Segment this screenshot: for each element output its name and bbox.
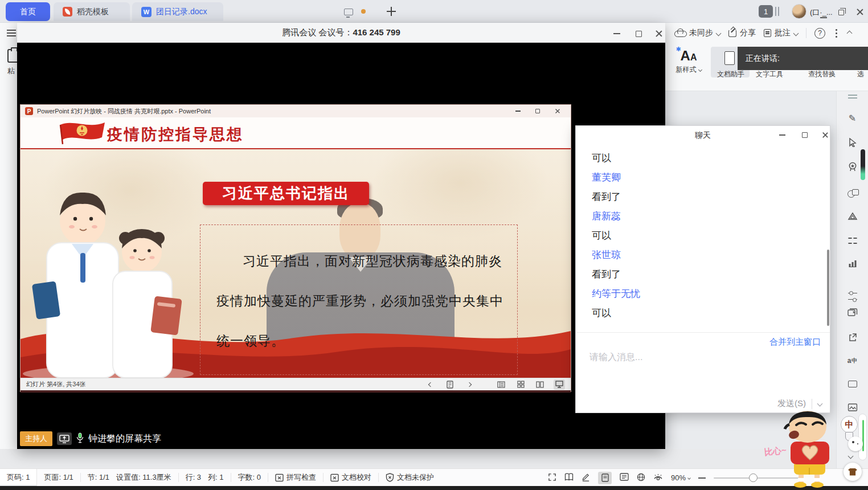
chat-sender-name[interactable]: 约等于无忧 bbox=[592, 284, 814, 304]
ppt-close-button[interactable] bbox=[550, 107, 565, 116]
status-page[interactable]: 页面: 1/1 bbox=[37, 469, 80, 487]
chevron-down-icon bbox=[698, 68, 702, 72]
comment-button[interactable]: 批注 bbox=[764, 28, 798, 38]
prev-slide-button[interactable] bbox=[425, 379, 436, 390]
present-monitor-icon[interactable] bbox=[344, 9, 353, 15]
zoom-out-button[interactable] bbox=[698, 477, 706, 479]
tab-document[interactable]: W 团日记录.docx bbox=[132, 2, 223, 21]
archive-box-icon[interactable] bbox=[848, 381, 857, 387]
tab-home[interactable]: 首页 bbox=[6, 2, 50, 21]
meeting-number: 416 245 799 bbox=[353, 27, 400, 37]
chat-sender-name[interactable]: 唐新蕊 bbox=[592, 207, 814, 226]
chat-message-list[interactable]: 可以 董芙卿 看到了 唐新蕊 可以 张世琼 看到了 约等于无忧 可以 bbox=[592, 149, 814, 323]
proofread-button[interactable]: 文档校对 bbox=[324, 469, 378, 487]
send-button[interactable]: 发送(S) bbox=[777, 398, 806, 409]
share-button[interactable]: 分享 bbox=[728, 28, 756, 38]
chevron-down-icon bbox=[716, 30, 722, 36]
status-word-count[interactable]: 字数: 0 bbox=[231, 469, 268, 487]
reading-view-button[interactable] bbox=[534, 379, 546, 390]
slide-sorter-button[interactable] bbox=[515, 379, 526, 390]
zoom-level-button[interactable]: 90% bbox=[671, 473, 690, 482]
shapes-icon[interactable] bbox=[847, 189, 858, 197]
tab-docer-templates[interactable]: 稻壳模板 bbox=[54, 2, 130, 21]
share-icon bbox=[728, 30, 736, 37]
cursor-select-icon[interactable] bbox=[849, 138, 857, 147]
sidebar-scrollbar[interactable] bbox=[861, 149, 865, 180]
chat-scrollbar[interactable] bbox=[827, 250, 829, 326]
chat-message: 看到了 bbox=[592, 265, 814, 284]
theme-skin-button[interactable] bbox=[844, 463, 862, 481]
normal-view-button[interactable] bbox=[496, 379, 507, 390]
select-button[interactable]: 选 bbox=[853, 70, 868, 79]
settings-sliders-icon[interactable] bbox=[848, 293, 857, 300]
app-minimize-button[interactable] bbox=[820, 10, 827, 21]
host-badge: 主持人 bbox=[20, 431, 52, 446]
meeting-minimize-button[interactable] bbox=[608, 28, 625, 39]
annotate-pen-button[interactable] bbox=[444, 379, 456, 390]
web-view-button[interactable] bbox=[637, 473, 645, 483]
chat-minimize-button[interactable] bbox=[774, 130, 790, 140]
spell-check-button[interactable]: 拼写检查 bbox=[268, 469, 323, 487]
status-column: 列: 1 bbox=[208, 469, 230, 487]
powerpoint-window: P PowerPoint 幻灯片放映 - 同战疫情 共克时艰.pptx - Po… bbox=[20, 104, 571, 392]
protect-status-button[interactable]: 文档未保护 bbox=[379, 469, 441, 487]
next-slide-button[interactable] bbox=[464, 379, 475, 390]
edit-pen-button[interactable] bbox=[582, 472, 590, 483]
image-icon[interactable] bbox=[847, 403, 857, 411]
eye-protect-button[interactable] bbox=[653, 473, 663, 483]
chat-titlebar[interactable]: 聊天 bbox=[576, 126, 830, 144]
ppt-titlebar[interactable]: P PowerPoint 幻灯片放映 - 同战疫情 共克时艰.pptx - Po… bbox=[21, 105, 571, 117]
window-count-badge[interactable]: 1 bbox=[759, 5, 773, 18]
skin-slider[interactable] bbox=[858, 414, 867, 460]
chat-sender-name[interactable]: 董芙卿 bbox=[592, 168, 814, 187]
sync-button[interactable]: 未同步 bbox=[674, 28, 720, 38]
new-style-button[interactable]: ✱AA 新样式 bbox=[670, 48, 707, 75]
chat-maximize-button[interactable] bbox=[797, 130, 813, 140]
meeting-close-button[interactable] bbox=[650, 28, 668, 39]
speaking-label: 正在讲话: bbox=[746, 54, 780, 64]
powerpoint-icon: P bbox=[25, 107, 33, 115]
help-button[interactable]: ? bbox=[814, 28, 825, 39]
merge-to-main-link[interactable]: 合并到主窗口 bbox=[769, 337, 821, 348]
zhong-skin-badge[interactable]: 中 bbox=[841, 416, 858, 433]
menu-icon[interactable] bbox=[7, 30, 16, 36]
text-tools-button[interactable]: 文字工具 bbox=[751, 70, 788, 79]
status-page-number[interactable]: 页码: 1 bbox=[0, 469, 37, 487]
highlighter-pen-icon[interactable]: ✎ bbox=[849, 113, 856, 124]
status-setting: 设置值: 11.3厘米 bbox=[116, 469, 178, 487]
pyramid-icon[interactable] bbox=[847, 212, 858, 221]
slideshow-view-button[interactable] bbox=[554, 379, 565, 390]
ppt-minimize-button[interactable] bbox=[510, 107, 525, 116]
translate-icon[interactable]: a中 bbox=[847, 357, 858, 365]
more-menu-button[interactable] bbox=[836, 32, 837, 34]
app-restore-button[interactable] bbox=[838, 7, 844, 18]
book-view-button[interactable] bbox=[564, 473, 574, 483]
collapse-ribbon-button[interactable] bbox=[847, 30, 853, 36]
chat-message: 看到了 bbox=[592, 187, 814, 207]
assistant-face-icon[interactable] bbox=[848, 436, 863, 451]
user-avatar[interactable] bbox=[792, 4, 806, 19]
paste-icon[interactable] bbox=[7, 49, 17, 63]
chat-close-button[interactable] bbox=[817, 130, 833, 140]
export-share-icon[interactable] bbox=[848, 333, 857, 342]
zoom-slider-knob[interactable] bbox=[749, 473, 758, 482]
sidebar-drag-handle-icon[interactable] bbox=[848, 95, 857, 99]
chat-input[interactable] bbox=[589, 349, 760, 365]
send-options-chevron[interactable] bbox=[817, 401, 823, 407]
meeting-titlebar[interactable]: 腾讯会议 会议号：416 245 799 bbox=[17, 23, 665, 43]
grid-apps-icon[interactable] bbox=[848, 236, 857, 245]
ppt-maximize-button[interactable] bbox=[530, 107, 545, 116]
screen-share-icon bbox=[57, 432, 72, 445]
chart-icon[interactable] bbox=[849, 260, 856, 267]
app-close-button[interactable] bbox=[857, 7, 863, 18]
image-copy-icon[interactable] bbox=[847, 308, 858, 317]
meeting-maximize-button[interactable] bbox=[630, 28, 647, 39]
outline-view-button[interactable] bbox=[620, 473, 629, 483]
fullscreen-button[interactable] bbox=[548, 473, 556, 483]
medal-badge-icon[interactable] bbox=[848, 162, 857, 172]
cloud-sync-icon bbox=[674, 30, 686, 37]
find-replace-button[interactable]: 查找替换 bbox=[803, 70, 841, 79]
zoom-slider[interactable] bbox=[714, 477, 804, 479]
chat-sender-name[interactable]: 张世琼 bbox=[592, 246, 814, 265]
page-view-button[interactable] bbox=[598, 472, 612, 484]
